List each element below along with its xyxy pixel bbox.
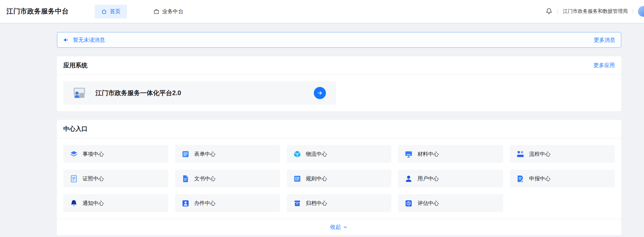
center-tile[interactable]: 办件中心: [175, 194, 280, 212]
user-avatar[interactable]: [638, 6, 644, 17]
app-systems-body: 江门市政务服务一体化平台2.0: [57, 75, 621, 111]
user-center-icon: [405, 175, 413, 183]
app-systems-card-header: 应用系统 更多应用: [57, 56, 621, 75]
app-title: 江门市政务服务中台: [6, 7, 69, 16]
center-tile[interactable]: 申报中心: [510, 170, 615, 187]
tab-business-platform[interactable]: 业务中台: [147, 5, 190, 19]
center-tile-label: 归档中心: [306, 200, 327, 207]
center-tile[interactable]: 表单中心: [175, 145, 280, 163]
bell-icon[interactable]: [545, 8, 553, 15]
top-navbar: 江门市政务服务中台 首页 业务中台 江门市政务服务和数据管理局: [0, 0, 644, 23]
tab-home-label: 首页: [110, 8, 121, 15]
collapse-button[interactable]: 收起: [57, 219, 621, 235]
center-tile[interactable]: 证照中心: [63, 170, 168, 187]
logistics-center-icon: [293, 150, 301, 158]
center-tile-label: 流程中心: [529, 151, 550, 158]
center-tile[interactable]: 文书中心: [175, 170, 280, 187]
document-center-icon: [181, 175, 190, 183]
main-nav: 首页 业务中台: [95, 5, 190, 19]
centers-grid: 事项中心表单中心物流中心材料中心流程中心证照中心文书中心规则中心用户中心申报中心…: [57, 138, 621, 219]
notify-center-icon: [70, 199, 78, 207]
home-icon: [101, 9, 107, 15]
license-center-icon: [70, 175, 78, 183]
center-tile-label: 评估中心: [417, 200, 439, 207]
app-tile-platform[interactable]: 江门市政务服务一体化平台2.0: [63, 81, 336, 105]
header-right: 江门市政务服务和数据管理局: [545, 6, 644, 17]
center-tile-label: 物流中心: [306, 151, 327, 158]
center-tile[interactable]: 物流中心: [287, 145, 392, 163]
center-tile[interactable]: 归档中心: [287, 194, 392, 212]
page-content: 暂无未读消息 更多消息 应用系统 更多应用 江门市政务服务一体化平台2.0 中心…: [0, 32, 644, 235]
notice-bar[interactable]: 暂无未读消息 更多消息: [57, 32, 621, 48]
center-tile[interactable]: 评估中心: [398, 194, 503, 212]
tab-home[interactable]: 首页: [95, 5, 127, 19]
center-tile-label: 用户中心: [417, 175, 439, 182]
center-tile-label: 申报中心: [529, 175, 550, 182]
centers-card: 中心入口 事项中心表单中心物流中心材料中心流程中心证照中心文书中心规则中心用户中…: [57, 120, 621, 235]
app-name: 江门市政务服务一体化平台2.0: [95, 89, 181, 97]
center-tile[interactable]: 通知中心: [63, 194, 168, 212]
center-tile[interactable]: 事项中心: [63, 145, 168, 163]
center-tile-label: 证照中心: [83, 175, 104, 182]
briefcase-icon: [153, 9, 159, 15]
collapse-label: 收起: [330, 224, 341, 231]
center-tile-label: 材料中心: [417, 151, 439, 158]
declare-center-icon: [516, 175, 524, 183]
rules-center-icon: [293, 175, 301, 183]
form-center-icon: [181, 150, 190, 158]
case-center-icon: [181, 199, 190, 207]
center-tile-label: 通知中心: [83, 200, 104, 207]
app-systems-card: 应用系统 更多应用 江门市政务服务一体化平台2.0: [57, 56, 621, 111]
more-apps-link[interactable]: 更多应用: [593, 62, 615, 69]
app-systems-title: 应用系统: [63, 61, 88, 69]
center-tile[interactable]: 材料中心: [398, 145, 503, 163]
material-center-icon: [405, 150, 413, 158]
center-tile-label: 办件中心: [194, 200, 216, 207]
platform-app-icon: [71, 85, 88, 101]
speaker-icon: [63, 37, 69, 43]
open-app-button[interactable]: [314, 87, 326, 99]
center-tile-label: 表单中心: [194, 151, 216, 158]
vertical-divider: [558, 9, 558, 14]
center-tile[interactable]: 规则中心: [287, 170, 392, 187]
process-center-icon: [516, 150, 524, 158]
center-tile-label: 文书中心: [194, 175, 216, 182]
center-tile-label: 事项中心: [83, 151, 104, 158]
matters-center-icon: [70, 150, 78, 158]
centers-title: 中心入口: [63, 125, 88, 133]
archive-center-icon: [293, 199, 301, 207]
evaluate-center-icon: [405, 199, 413, 207]
centers-card-header: 中心入口: [57, 120, 621, 138]
center-tile-label: 规则中心: [306, 175, 327, 182]
tab-business-platform-label: 业务中台: [162, 8, 184, 15]
more-messages-link[interactable]: 更多消息: [594, 37, 615, 43]
center-tile[interactable]: 流程中心: [510, 145, 615, 163]
center-tile[interactable]: 用户中心: [398, 170, 503, 187]
org-name: 江门市政务服务和数据管理局: [563, 8, 628, 15]
notice-text: 暂无未读消息: [73, 37, 105, 43]
vertical-divider: [633, 9, 633, 14]
chevron-up-icon: [343, 225, 348, 230]
